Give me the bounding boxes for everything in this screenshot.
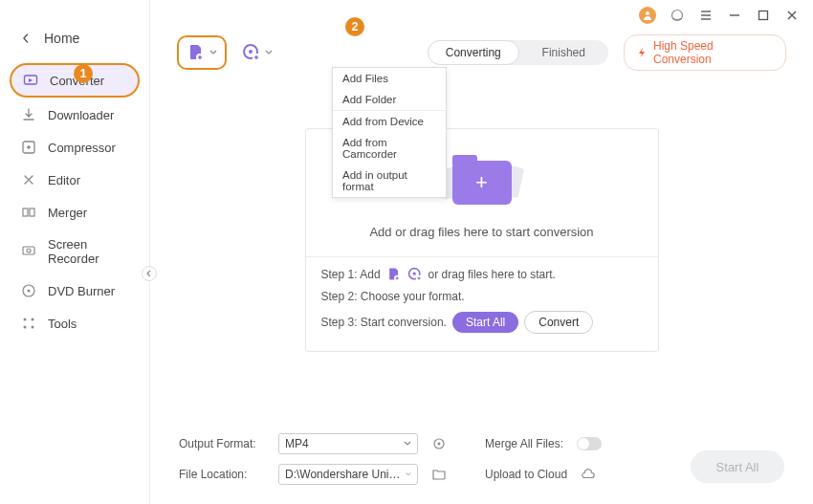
sidebar-item-label: Compressor (48, 141, 116, 155)
sidebar-item-label: Downloader (48, 108, 114, 122)
callout-badge-2: 2 (345, 17, 364, 36)
step-1: Step 1: Add or drag files here to start. (321, 267, 643, 282)
chevron-down-icon (404, 440, 411, 448)
lightning-icon (636, 47, 648, 58)
user-avatar-icon[interactable] (639, 7, 656, 24)
sidebar-item-compressor[interactable]: Compressor (10, 132, 140, 163)
svg-rect-14 (759, 11, 768, 20)
sidebar-item-downloader[interactable]: Downloader (10, 99, 140, 130)
sidebar-item-label: Merger (48, 206, 87, 220)
convert-button[interactable]: Convert (524, 311, 593, 334)
add-disc-icon[interactable] (407, 267, 423, 282)
settings-icon[interactable] (431, 436, 447, 451)
step-2: Step 2: Choose your format. (321, 290, 643, 303)
compressor-icon (21, 140, 36, 155)
file-location-select[interactable]: D:\Wondershare UniConverter 1 (278, 464, 418, 485)
dropdown-item-add-from-camcorder[interactable]: Add from Camcorder (333, 132, 446, 164)
svg-point-10 (24, 326, 27, 329)
sidebar-item-label: DVD Burner (48, 284, 115, 298)
tools-icon (21, 316, 36, 331)
close-icon[interactable] (784, 8, 800, 23)
converter-icon (23, 73, 38, 88)
svg-rect-4 (23, 247, 34, 254)
sidebar-item-tools[interactable]: Tools (10, 308, 140, 339)
chevron-down-icon (209, 49, 217, 56)
merger-icon (21, 205, 36, 220)
toolbar: 2 Converting Finished High Speed (150, 25, 813, 80)
titlebar (150, 0, 813, 25)
cloud-icon[interactable] (581, 467, 596, 482)
high-speed-label: High Speed Conversion (653, 39, 774, 66)
add-file-icon (187, 43, 206, 62)
add-file-icon[interactable] (386, 267, 402, 282)
plus-icon: + (475, 170, 488, 195)
output-format-select[interactable]: MP4 (278, 433, 418, 454)
start-all-button-small[interactable]: Start All (452, 312, 518, 333)
svg-point-8 (24, 318, 27, 321)
editor-icon (21, 172, 36, 187)
main-area: 2 Converting Finished High Speed (150, 0, 813, 504)
downloader-icon (21, 107, 36, 122)
menu-icon[interactable] (698, 8, 714, 23)
dropdown-item-add-files[interactable]: Add Files (333, 68, 446, 89)
svg-point-21 (412, 273, 415, 275)
start-all-button[interactable]: Start All (691, 450, 784, 483)
file-location-label: File Location: (179, 468, 265, 481)
sidebar-item-label: Editor (48, 173, 80, 187)
svg-point-9 (32, 318, 34, 321)
back-icon (21, 33, 31, 43)
minimize-icon[interactable] (727, 8, 742, 23)
svg-point-7 (28, 290, 31, 293)
add-files-dropdown: Add Files Add Folder Add from Device Add… (332, 67, 447, 198)
sidebar-item-dvd-burner[interactable]: DVD Burner (10, 275, 140, 306)
folder-icon[interactable] (431, 467, 447, 482)
upload-cloud-label: Upload to Cloud (485, 468, 567, 481)
merge-label: Merge All Files: (485, 437, 563, 450)
status-tab-group: Converting Finished (428, 40, 608, 65)
high-speed-button[interactable]: High Speed Conversion (624, 34, 786, 71)
sidebar-item-editor[interactable]: Editor (10, 164, 140, 195)
screen-recorder-icon (21, 244, 36, 259)
dropdown-item-add-from-device[interactable]: Add from Device (333, 110, 446, 132)
sidebar-item-label: Screen Recorder (48, 237, 128, 266)
sidebar-item-merger[interactable]: Merger (10, 197, 140, 228)
home-label: Home (44, 31, 79, 46)
dropzone-text: Add or drag files here to start conversi… (369, 225, 593, 247)
svg-rect-3 (30, 208, 34, 216)
folder-illustration: + (439, 154, 525, 211)
dvd-burner-icon (21, 283, 36, 298)
svg-point-5 (27, 249, 31, 252)
dropdown-item-add-in-output-format[interactable]: Add in output format (333, 164, 446, 197)
sidebar-item-converter[interactable]: Converter 1 (10, 63, 140, 98)
add-disc-icon (242, 43, 261, 62)
sidebar: Home Converter 1 Downloader Compressor (0, 0, 150, 504)
sidebar-item-label: Tools (48, 317, 77, 331)
sidebar-item-screen-recorder[interactable]: Screen Recorder (10, 230, 140, 274)
step-3: Step 3: Start conversion. Start All Conv… (321, 311, 643, 334)
tab-finished[interactable]: Finished (519, 40, 609, 65)
back-home-row[interactable]: Home (0, 31, 149, 63)
chevron-down-icon (406, 471, 411, 478)
dropdown-item-add-folder[interactable]: Add Folder (333, 89, 446, 110)
svg-point-24 (438, 443, 441, 446)
chevron-down-icon (265, 49, 273, 56)
support-icon[interactable] (670, 8, 685, 23)
steps: Step 1: Add or drag files here to start.… (306, 257, 658, 334)
maximize-icon[interactable] (756, 8, 771, 23)
svg-point-17 (249, 50, 253, 54)
add-files-button[interactable] (177, 35, 227, 70)
content-area: + Add or drag files here to start conver… (150, 80, 813, 424)
output-format-label: Output Format: (179, 437, 265, 450)
svg-point-11 (32, 326, 34, 329)
callout-badge-1: 1 (74, 64, 93, 83)
svg-point-12 (646, 11, 649, 15)
add-disc-button[interactable] (242, 43, 273, 62)
tab-converting[interactable]: Converting (428, 40, 519, 65)
merge-toggle[interactable] (577, 437, 602, 450)
svg-rect-2 (23, 208, 28, 216)
